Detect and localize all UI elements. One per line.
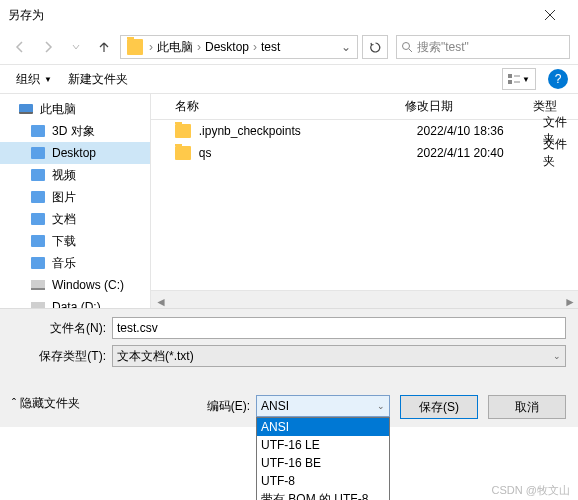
chevron-down-icon: ▼	[522, 75, 530, 84]
download-icon	[31, 235, 45, 247]
folder-icon	[127, 39, 143, 55]
chevron-up-icon: ˆ	[12, 397, 16, 411]
encoding-dropdown: ANSI UTF-16 LE UTF-16 BE UTF-8 带有 BOM 的 …	[256, 417, 390, 500]
back-button[interactable]	[8, 35, 32, 59]
search-input[interactable]: 搜索"test"	[396, 35, 570, 59]
chevron-down-icon: ▼	[44, 75, 52, 84]
main-area: 此电脑 3D 对象 Desktop 视频 图片 文档 下载 音乐 Windows…	[0, 94, 578, 308]
scroll-right-icon[interactable]: ►	[564, 295, 574, 305]
chevron-down-icon: ⌄	[377, 401, 385, 411]
sidebar-item-downloads[interactable]: 下载	[0, 230, 150, 252]
cancel-button[interactable]: 取消	[488, 395, 566, 419]
filetype-label: 保存类型(T):	[12, 348, 112, 365]
chevron-right-icon: ›	[195, 40, 203, 54]
drive-icon	[31, 302, 45, 308]
sidebar-item-videos[interactable]: 视频	[0, 164, 150, 186]
organize-menu[interactable]: 组织▼	[10, 69, 58, 90]
video-icon	[31, 169, 45, 181]
3d-icon	[31, 125, 45, 137]
encoding-option[interactable]: UTF-16 BE	[257, 454, 389, 472]
music-icon	[31, 257, 45, 269]
encoding-option[interactable]: UTF-8	[257, 472, 389, 490]
sidebar-item-pc[interactable]: 此电脑	[0, 98, 150, 120]
col-type[interactable]: 类型	[533, 98, 557, 115]
column-headers: 名称 修改日期 类型	[151, 94, 578, 120]
desktop-icon	[31, 147, 45, 159]
folder-icon	[175, 124, 191, 138]
hide-folders-button[interactable]: ˆ 隐藏文件夹	[12, 395, 80, 412]
sidebar-item-c-drive[interactable]: Windows (C:)	[0, 274, 150, 296]
titlebar: 另存为	[0, 0, 578, 30]
list-item[interactable]: .ipynb_checkpoints 2022/4/10 18:36 文件夹	[151, 120, 578, 142]
list-item[interactable]: qs 2022/4/11 20:40 文件夹	[151, 142, 578, 164]
up-button[interactable]	[92, 35, 116, 59]
bottom-panel: 文件名(N): 保存类型(T): 文本文档(*.txt) ⌄ ˆ 隐藏文件夹 编…	[0, 308, 578, 427]
filename-label: 文件名(N):	[12, 320, 112, 337]
chevron-right-icon: ›	[147, 40, 155, 54]
recent-dropdown[interactable]	[64, 35, 88, 59]
file-list: 名称 修改日期 类型 .ipynb_checkpoints 2022/4/10 …	[150, 94, 578, 308]
watermark: CSDN @牧文山	[492, 483, 570, 498]
forward-button[interactable]	[36, 35, 60, 59]
chevron-down-icon[interactable]: ⌄	[337, 40, 355, 54]
sidebar: 此电脑 3D 对象 Desktop 视频 图片 文档 下载 音乐 Windows…	[0, 94, 150, 308]
sidebar-item-d-drive[interactable]: Data (D:)	[0, 296, 150, 308]
sidebar-item-pictures[interactable]: 图片	[0, 186, 150, 208]
search-placeholder: 搜索"test"	[417, 39, 469, 56]
chevron-right-icon: ›	[251, 40, 259, 54]
nav-bar: › 此电脑 › Desktop › test ⌄ 搜索"test"	[0, 30, 578, 64]
svg-rect-2	[508, 80, 512, 84]
search-icon	[401, 41, 413, 53]
sidebar-item-documents[interactable]: 文档	[0, 208, 150, 230]
view-options-button[interactable]: ▼	[502, 68, 536, 90]
chevron-down-icon: ⌄	[553, 351, 561, 361]
sidebar-item-desktop[interactable]: Desktop	[0, 142, 150, 164]
breadcrumb[interactable]: › 此电脑 › Desktop › test ⌄	[120, 35, 358, 59]
col-date[interactable]: 修改日期	[405, 98, 533, 115]
window-title: 另存为	[8, 7, 530, 24]
filetype-select[interactable]: 文本文档(*.txt) ⌄	[112, 345, 566, 367]
picture-icon	[31, 191, 45, 203]
col-name[interactable]: 名称	[175, 98, 405, 115]
encoding-option[interactable]: ANSI	[257, 418, 389, 436]
help-button[interactable]: ?	[548, 69, 568, 89]
toolbar: 组织▼ 新建文件夹 ▼ ?	[0, 64, 578, 94]
encoding-option[interactable]: UTF-16 LE	[257, 436, 389, 454]
encoding-select[interactable]: ANSI ⌄	[256, 395, 390, 417]
svg-rect-1	[508, 74, 512, 78]
document-icon	[31, 213, 45, 225]
pc-icon	[19, 104, 33, 114]
filename-input[interactable]	[112, 317, 566, 339]
crumb-desktop[interactable]: Desktop	[203, 40, 251, 54]
encoding-label: 编码(E):	[207, 395, 256, 415]
close-button[interactable]	[530, 0, 570, 30]
new-folder-button[interactable]: 新建文件夹	[62, 69, 134, 90]
h-scrollbar[interactable]: ◄ ►	[151, 290, 578, 308]
scroll-left-icon[interactable]: ◄	[155, 295, 165, 305]
encoding-option[interactable]: 带有 BOM 的 UTF-8	[257, 490, 389, 500]
drive-icon	[31, 280, 45, 290]
save-button[interactable]: 保存(S)	[400, 395, 478, 419]
folder-icon	[175, 146, 191, 160]
refresh-button[interactable]	[362, 35, 388, 59]
crumb-root[interactable]: 此电脑	[155, 39, 195, 56]
sidebar-item-3d[interactable]: 3D 对象	[0, 120, 150, 142]
crumb-test[interactable]: test	[259, 40, 282, 54]
sidebar-item-music[interactable]: 音乐	[0, 252, 150, 274]
svg-point-0	[403, 43, 410, 50]
